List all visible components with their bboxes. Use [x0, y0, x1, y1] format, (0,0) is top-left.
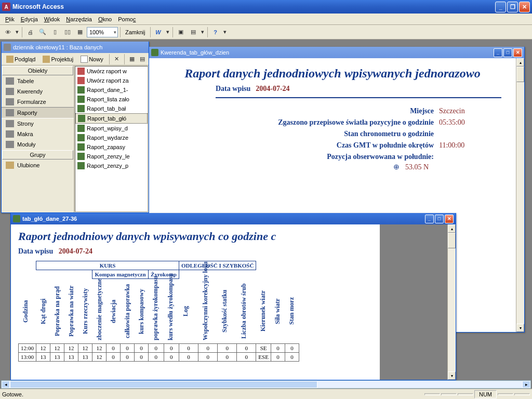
office-links-button[interactable]: W	[153, 26, 164, 38]
table-cell: 12	[50, 344, 64, 353]
small-icons-button[interactable]: ▤	[138, 54, 147, 65]
sidebar-item-ulubione[interactable]: Ulubione	[2, 160, 74, 170]
restore-button[interactable]: ❐	[507, 2, 518, 12]
status-cell	[458, 393, 473, 395]
two-page-button[interactable]: ▯▯	[62, 26, 73, 38]
list-item[interactable]: Raport_zapasy	[75, 142, 148, 152]
sidebar-item-moduły[interactable]: Moduły	[2, 139, 74, 150]
new-object-button[interactable]: ▤	[188, 26, 199, 38]
report2-minimize-button[interactable]: _	[425, 215, 434, 223]
minimize-button[interactable]: _	[495, 2, 506, 12]
report1-close-button[interactable]: ✕	[513, 48, 522, 57]
list-item[interactable]: Utwórz raport w	[75, 66, 148, 76]
report1-minimize-button[interactable]: _	[494, 48, 502, 57]
zoom-tool-button[interactable]: 🔍	[37, 26, 48, 38]
one-page-button[interactable]: ▯	[49, 26, 61, 38]
view-dropdown[interactable]: ▾	[15, 26, 20, 38]
report2-titlebar[interactable]: tab_głó_dane_27-36 _ □ ✕	[11, 213, 456, 224]
column-header: Wspołczynni korekcyjny logu	[201, 280, 210, 342]
access-app-icon: A	[2, 3, 10, 11]
close-preview-button[interactable]: Zamknij	[123, 29, 148, 36]
objects-sidebar: Obiekty TabeleKwerendyFormularzeRaportyS…	[2, 65, 74, 212]
sidebar-item-strony[interactable]: Strony	[2, 118, 74, 129]
database-titlebar[interactable]: dziennik okretowy11 : Baza danych	[2, 42, 149, 53]
scroll-right-icon[interactable]: ▸	[522, 381, 530, 388]
report2-maximize-button[interactable]: □	[435, 215, 444, 223]
sidebar-item-formularze[interactable]: Formularze	[2, 97, 74, 107]
menu-edycja[interactable]: Edycja	[18, 15, 41, 23]
scroll-down-icon[interactable]: ▾	[516, 324, 524, 332]
report-icon	[78, 115, 85, 122]
scroll-down-icon[interactable]: ▾	[448, 371, 456, 380]
column-header: kurs wedłu żyrokompasu	[166, 280, 176, 342]
delete-button[interactable]: ✕	[112, 54, 121, 65]
report2-close-button[interactable]: ✕	[445, 215, 454, 223]
print-button[interactable]: 🖨	[24, 26, 36, 38]
scroll-left-icon[interactable]: ◂	[2, 381, 10, 388]
menu-widok[interactable]: Widok	[41, 15, 63, 23]
column-header: Stan morz	[287, 280, 297, 342]
report-icon	[77, 125, 85, 132]
scroll-up-icon[interactable]: ▴	[516, 58, 524, 66]
list-item[interactable]: Raport_lista zało	[75, 95, 148, 104]
sidebar-item-label: Kwerendy	[17, 88, 43, 95]
database-window-button[interactable]: ▣	[175, 26, 187, 38]
large-icons-button[interactable]: ▦	[127, 54, 136, 65]
status-num: NUM	[474, 390, 497, 398]
report1-vscroll[interactable]: ▴ ▾	[516, 58, 524, 332]
sidebar-item-kwerendy[interactable]: Kwerendy	[2, 86, 74, 97]
sidebar-item-makra[interactable]: Makra	[2, 129, 74, 139]
table-cell: SE	[256, 344, 271, 353]
sidebar-item-tabele[interactable]: Tabele	[2, 76, 74, 86]
report1-date-value: 2004-07-24	[256, 85, 289, 93]
menu-plik[interactable]: Plik	[2, 15, 18, 23]
new-object-dropdown[interactable]: ▾	[200, 26, 205, 38]
menu-pomoc[interactable]: Pomoc	[115, 15, 139, 23]
mdi-workspace: dziennik okretowy11 : Baza danych Podglą…	[0, 39, 532, 389]
list-item[interactable]: Raport_tab_bał	[75, 104, 148, 113]
list-item[interactable]: Raport_zenzy_le	[75, 152, 148, 161]
scroll-thumb[interactable]	[448, 233, 456, 248]
list-item[interactable]: Raport_dane_1-	[75, 85, 148, 95]
report-icon	[77, 134, 85, 141]
table-cell: 0	[271, 344, 285, 353]
column-header: dewiacja	[109, 280, 118, 342]
scroll-thumb[interactable]	[10, 381, 317, 388]
column-header: Kurs rzeczywisty	[81, 280, 90, 342]
report-icon	[77, 143, 85, 151]
table-cell: 13	[64, 353, 78, 362]
menu-okno[interactable]: Okno	[95, 15, 115, 23]
report2-heading: Raport jednodniowy danych wpisywanych co…	[18, 230, 373, 243]
table-cell: 0	[218, 344, 237, 353]
office-links-dropdown[interactable]: ▾	[165, 26, 170, 38]
list-item[interactable]: Raport_tab_głó	[75, 113, 148, 124]
list-item[interactable]: Raport_wydarze	[75, 133, 148, 142]
new-button[interactable]: Nowy	[78, 55, 106, 64]
scroll-thumb[interactable]	[516, 66, 524, 82]
scroll-up-icon[interactable]: ▴	[448, 224, 456, 233]
table-cell: 0	[198, 353, 218, 362]
table-cell: 13	[36, 353, 50, 362]
column-header: Siła wiatr	[273, 280, 283, 342]
view-button[interactable]: 👁	[2, 26, 14, 38]
workspace-hscroll[interactable]: ◂ ▸	[1, 380, 531, 389]
list-item-label: Raport_zapasy	[87, 144, 125, 150]
report2-page: Raport jednodniowy danych wpisywanych co…	[11, 224, 380, 380]
groups-header: Grupy	[2, 150, 73, 159]
multi-page-button[interactable]: ▦	[74, 26, 86, 38]
report1-maximize-button[interactable]: □	[503, 48, 512, 57]
list-item-label: Raport_lista zało	[87, 96, 129, 102]
list-item[interactable]: Utwórz raport za	[75, 76, 148, 85]
sidebar-item-raporty[interactable]: Raporty	[2, 107, 74, 118]
help-dropdown[interactable]: ▾	[222, 26, 228, 38]
list-item[interactable]: Raport_zenzy_p	[75, 161, 148, 170]
report2-vscroll[interactable]: ▴ ▾	[447, 224, 456, 380]
close-button[interactable]: ✕	[519, 2, 530, 12]
menu-narzedzia[interactable]: Narzędzia	[63, 15, 95, 23]
list-item[interactable]: Raport_wpisy_d	[75, 124, 148, 133]
help-button[interactable]: ?	[210, 26, 221, 38]
report1-titlebar[interactable]: Kwerenda_tab_głów_dzien _ □ ✕	[149, 47, 524, 58]
preview-button[interactable]: Podgląd	[4, 55, 38, 64]
zoom-combo[interactable]: 100%	[87, 27, 118, 37]
design-button[interactable]: Projektuj	[40, 55, 76, 64]
